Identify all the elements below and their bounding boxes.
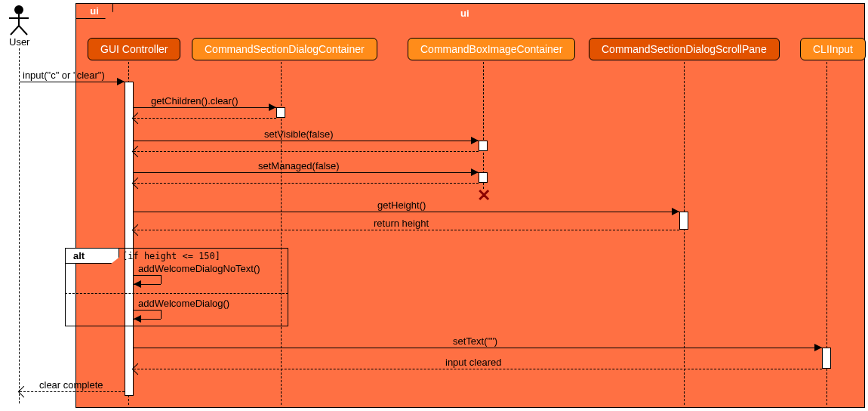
msg-addnotext-top [134, 275, 161, 276]
alt-frame-tag: alt [65, 248, 119, 264]
ui-frame-label: ui [90, 5, 99, 17]
msg-clearcomplete-line [20, 391, 125, 392]
msg-getchildren-line [134, 107, 276, 108]
activation-cbic-1 [479, 141, 488, 151]
actor-user-icon [8, 5, 30, 36]
svg-line-3 [11, 26, 19, 35]
msg-getheight-head [672, 208, 679, 215]
msg-input-line [20, 82, 125, 82]
msg-settext-head [814, 344, 822, 351]
msg-setvisible-head [471, 137, 479, 144]
msg-input-label: input("c" or "clear") [23, 70, 105, 81]
participant-csdsp: CommandSectionDialogScrollPane [589, 38, 780, 60]
msg-setvisible-label: setVisible(false) [264, 128, 334, 140]
msg-returnheight-line [134, 230, 679, 230]
msg-getheight-label: getHeight() [377, 199, 426, 211]
msg-getchildren-label: getChildren().clear() [151, 95, 239, 107]
msg-addnotext-head [134, 280, 141, 288]
msg-addnotext-side [161, 275, 162, 284]
participant-gui: GUI Controller [88, 38, 180, 60]
activation-cbic-2 [479, 172, 488, 183]
alt-guard: [if height <= 150] [122, 251, 220, 261]
msg-inputcleared-label: input cleared [445, 357, 501, 368]
actor-user-label: User [9, 36, 29, 48]
msg-setvisible-line [134, 141, 479, 141]
msg-addwelcome-label: addWelcomeDialog() [138, 298, 229, 309]
participant-cli: CLIInput [800, 38, 866, 60]
ui-frame-tag: ui [75, 3, 113, 19]
msg-getchildren-head [269, 104, 276, 111]
msg-clearcomplete-label: clear complete [39, 379, 103, 391]
msg-setmanaged-label: setManaged(false) [258, 160, 340, 172]
msg-settext-line [134, 348, 822, 348]
alt-separator [65, 293, 288, 294]
msg-settext-label: setText("") [453, 335, 497, 347]
participant-csdc: CommandSectionDialogContainer [192, 38, 377, 60]
msg-addnotext-label: addWelcomeDialogNoText() [138, 263, 260, 274]
msg-getheight-line [134, 212, 679, 212]
ui-frame-title-center: ui [460, 8, 469, 19]
lifeline-cbic [483, 62, 484, 189]
svg-point-0 [14, 5, 23, 14]
msg-addwelcome-top [134, 310, 161, 311]
msg-setmanaged-return [134, 183, 479, 184]
activation-csdsp [679, 212, 688, 230]
lifeline-user [19, 48, 20, 403]
msg-setmanaged-line [134, 172, 479, 173]
lifeline-csdsp [684, 62, 685, 405]
activation-csdc [276, 107, 285, 118]
svg-line-4 [19, 26, 27, 35]
msg-setmanaged-head [471, 168, 479, 176]
msg-setvisible-return [134, 151, 479, 152]
msg-returnheight-label: return height [374, 218, 429, 229]
activation-cli [822, 348, 831, 369]
msg-input-head [117, 78, 125, 85]
msg-clearcomplete-head [18, 386, 30, 398]
participant-cbic: CommandBoxImageContainer [408, 38, 575, 60]
msg-addwelcome-head [134, 315, 141, 323]
msg-getchildren-return [134, 118, 276, 119]
msg-inputcleared-line [134, 369, 822, 369]
destroy-cbic-icon: ✕ [477, 187, 491, 204]
msg-addwelcome-side [161, 310, 162, 319]
activation-gui [125, 82, 134, 396]
